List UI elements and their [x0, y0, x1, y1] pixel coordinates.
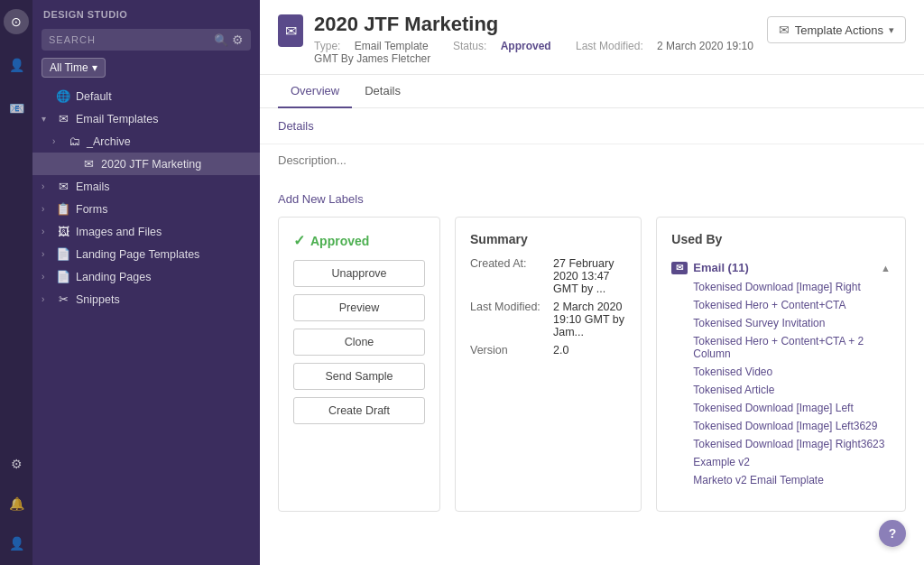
arrow-icon: › — [42, 181, 51, 191]
list-item[interactable]: Example v2 — [693, 453, 891, 471]
summary-card: Summary Created At: 27 February 2020 13:… — [455, 217, 642, 512]
add-labels: Add New Labels — [260, 189, 924, 217]
sidebar-tree: 🌐 Default ▾ ✉ Email Templates › 🗂 _Archi… — [32, 85, 260, 565]
tab-overview[interactable]: Overview — [278, 75, 352, 108]
list-item[interactable]: Tokenised Survey Invitation — [693, 314, 891, 332]
description-input[interactable] — [278, 153, 906, 181]
details-section: Details — [260, 108, 924, 144]
sidebar-item-label: Images and Files — [76, 226, 253, 238]
action-btn-create-draft[interactable]: Create Draft — [293, 397, 425, 424]
item-icon: 🌐 — [56, 89, 70, 103]
help-button[interactable]: ? — [879, 520, 906, 547]
sidebar-item-default[interactable]: 🌐 Default — [32, 85, 260, 107]
sidebar-item-landing-pages[interactable]: › 📄 Landing Pages — [32, 265, 260, 288]
sidebar-item-label: Snippets — [76, 293, 253, 306]
item-icon: 📄 — [56, 270, 70, 283]
item-icon: ✉ — [56, 112, 70, 125]
used-by-card: Used By ✉ Email (11) ▲ Tokenised Downloa… — [656, 217, 906, 512]
sidebar-item-label: Landing Page Templates — [76, 248, 253, 261]
chevron-down-icon: ▾ — [92, 61, 97, 74]
sidebar-item-2020-jtf-marketing[interactable]: ✉ 2020 JTF Marketing — [32, 153, 260, 175]
list-item[interactable]: Tokenised Video — [693, 363, 891, 381]
three-column-layout: ✓ Approved UnapprovePreviewCloneSend Sam… — [260, 217, 924, 530]
list-item[interactable]: Tokenised Download [Image] Right — [693, 278, 891, 296]
sidebar-item-label: _Archive — [87, 135, 253, 148]
approved-status: ✓ Approved — [293, 232, 425, 249]
sidebar-item-forms[interactable]: › 📋 Forms — [32, 198, 260, 220]
list-item[interactable]: Tokenised Download [Image] Left — [693, 399, 891, 417]
action-btn-unapprove[interactable]: Unapprove — [293, 260, 425, 287]
sidebar-item-landing-page-templates[interactable]: › 📄 Landing Page Templates — [32, 243, 260, 265]
template-icon: ✉ — [278, 14, 303, 47]
sidebar-item-label: Emails — [76, 181, 253, 193]
action-btn-clone[interactable]: Clone — [293, 329, 425, 356]
used-by-section-title: ✉ Email (11) — [671, 261, 748, 274]
tab-details[interactable]: Details — [352, 75, 413, 108]
header-meta: Type: Email Template Status: Approved La… — [314, 40, 767, 65]
details-link[interactable]: Details — [278, 119, 314, 133]
summary-rows: Created At: 27 February 2020 13:47 GMT b… — [470, 257, 626, 357]
arrow-icon: › — [42, 294, 51, 304]
search-icon: 🔍 — [214, 33, 228, 47]
main-header: ✉ 2020 JTF Marketing Type: Email Templat… — [260, 0, 924, 75]
list-item[interactable]: Tokenised Article — [693, 381, 891, 399]
item-icon: 📄 — [56, 247, 70, 261]
main-tabs: OverviewDetails — [260, 75, 924, 108]
time-filter-label: All Time — [50, 61, 88, 74]
summary-value: 2.0 — [553, 344, 568, 357]
sidebar-item-emails[interactable]: › ✉ Emails — [32, 175, 260, 198]
list-item[interactable]: Tokenised Download [Image] Left3629 — [693, 417, 891, 435]
used-by-section-email: ✉ Email (11) ▲ Tokenised Download [Image… — [671, 257, 891, 489]
nav-icon-contacts[interactable]: 👤 — [4, 52, 29, 78]
main-area: ✉ 2020 JTF Marketing Type: Email Templat… — [260, 0, 924, 565]
list-item[interactable]: Tokenised Hero + Content+CTA + 2 Column — [693, 332, 891, 363]
arrow-icon: › — [42, 272, 51, 282]
search-bar: 🔍 ⚙ — [42, 29, 251, 51]
action-buttons: UnapprovePreviewCloneSend SampleCreate D… — [293, 260, 425, 424]
check-icon: ✓ — [293, 232, 305, 249]
summary-label: Version — [470, 344, 542, 357]
description-area — [260, 144, 924, 189]
action-btn-preview[interactable]: Preview — [293, 294, 425, 321]
nav-icon-campaigns[interactable]: 📧 — [4, 96, 29, 121]
email-icon: ✉ — [671, 262, 688, 274]
item-icon: ✂ — [56, 292, 70, 306]
nav-icon-alerts[interactable]: 🔔 — [4, 491, 29, 516]
list-item[interactable]: Tokenised Hero + Content+CTA — [693, 296, 891, 314]
filter-icon[interactable]: ⚙ — [232, 32, 244, 47]
sidebar-item-email-templates[interactable]: ▾ ✉ Email Templates — [32, 107, 260, 130]
used-by-section-header[interactable]: ✉ Email (11) ▲ — [671, 257, 891, 278]
arrow-icon: › — [42, 204, 51, 214]
summary-row: Version 2.0 — [470, 344, 626, 357]
list-item[interactable]: Tokenised Download [Image] Right3623 — [693, 435, 891, 453]
arrow-icon: › — [42, 249, 51, 259]
add-labels-link[interactable]: Add New Labels — [278, 192, 364, 206]
action-btn-send-sample[interactable]: Send Sample — [293, 363, 425, 390]
sidebar-item-label: Email Templates — [76, 113, 253, 125]
chevron-up-icon: ▲ — [881, 263, 891, 273]
sidebar-item-label: Forms — [76, 203, 253, 216]
summary-row: Created At: 27 February 2020 13:47 GMT b… — [470, 257, 626, 295]
item-icon: 🗂 — [67, 134, 81, 148]
time-filter-dropdown[interactable]: All Time ▾ — [42, 58, 106, 78]
used-by-sections: ✉ Email (11) ▲ Tokenised Download [Image… — [671, 257, 891, 489]
sidebar-item-archive[interactable]: › 🗂 _Archive — [32, 130, 260, 153]
search-input[interactable] — [49, 33, 214, 46]
sidebar-item-images-and-files[interactable]: › 🖼 Images and Files — [32, 220, 260, 243]
type-label: Type: Email Template — [314, 40, 442, 52]
nav-icon-home[interactable]: ⊙ — [4, 9, 29, 34]
item-icon: 📋 — [56, 202, 70, 216]
item-icon: ✉ — [56, 180, 70, 193]
sidebar-item-snippets[interactable]: › ✂ Snippets — [32, 288, 260, 310]
template-actions-button[interactable]: ✉ Template Actions ▾ — [767, 16, 906, 43]
filter-row: All Time ▾ — [32, 58, 260, 85]
status-badge: Status: Approved — [453, 40, 565, 52]
template-icon-small: ✉ — [779, 23, 790, 37]
item-icon: 🖼 — [56, 225, 70, 238]
nav-icon-profile[interactable]: 👤 — [4, 531, 29, 556]
summary-title: Summary — [470, 232, 626, 246]
nav-icon-settings[interactable]: ⚙ — [4, 451, 29, 477]
list-item[interactable]: Marketo v2 Email Template — [693, 471, 891, 489]
arrow-icon: ▾ — [42, 114, 51, 124]
icon-nav: ⊙ 👤 📧 ⚙ 🔔 👤 — [0, 0, 32, 565]
